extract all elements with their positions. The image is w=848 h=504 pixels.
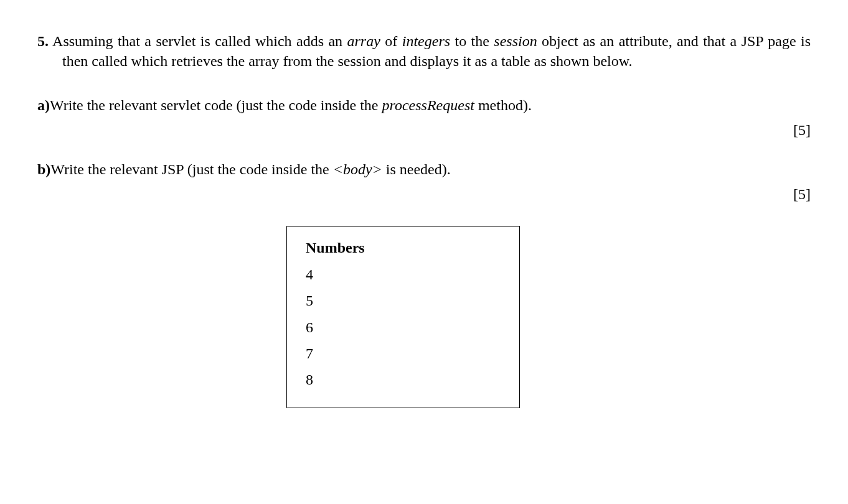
table-row: 7 [306, 343, 501, 363]
part-a-text-before: Write the relevant servlet code (just th… [50, 97, 382, 113]
intro-text-2: of [380, 33, 402, 49]
numbers-table-container: Numbers 4 5 6 7 8 [286, 226, 811, 408]
question-number: 5. [37, 33, 49, 49]
part-a-label: a) [37, 97, 50, 113]
part-b-text-after: is needed). [382, 161, 451, 177]
intro-text-3: to the [450, 33, 494, 49]
part-b-label: b) [37, 161, 50, 177]
intro-italic-array: array [347, 33, 380, 49]
part-a-italic: processRequest [382, 97, 474, 113]
table-row: 4 [306, 264, 501, 284]
part-a-text-after: method). [474, 97, 532, 113]
intro-italic-integers: integers [402, 33, 450, 49]
part-b-text-before: Write the relevant JSP (just the code in… [50, 161, 332, 177]
part-b-italic: <body> [333, 161, 382, 177]
question-intro: 5. Assuming that a servlet is called whi… [37, 31, 811, 72]
part-a: a)Write the relevant servlet code (just … [37, 95, 811, 115]
table-row: 8 [306, 370, 501, 390]
table-row: 6 [306, 317, 501, 337]
intro-italic-session: session [494, 33, 537, 49]
intro-text-1: Assuming that a servlet is called which … [49, 33, 347, 49]
part-a-marks: [5] [37, 120, 811, 140]
numbers-table: Numbers 4 5 6 7 8 [286, 226, 520, 408]
part-b-marks: [5] [37, 184, 811, 204]
table-row: 5 [306, 291, 501, 310]
numbers-header: Numbers [306, 238, 501, 258]
part-b: b)Write the relevant JSP (just the code … [37, 159, 811, 179]
